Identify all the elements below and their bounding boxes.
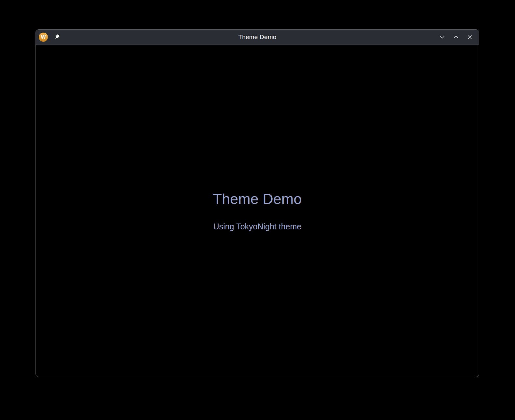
close-button[interactable] bbox=[466, 33, 474, 41]
pin-button[interactable] bbox=[53, 33, 61, 41]
window-titlebar[interactable]: W Theme Demo bbox=[36, 30, 479, 45]
window-title: Theme Demo bbox=[36, 34, 479, 41]
minimize-button[interactable] bbox=[438, 33, 446, 41]
chevron-down-icon bbox=[439, 34, 446, 40]
app-window: W Theme Demo bbox=[36, 29, 479, 377]
close-icon bbox=[466, 34, 473, 40]
page-title: Theme Demo bbox=[213, 190, 302, 208]
desktop-background: W Theme Demo bbox=[0, 0, 515, 420]
chevron-up-icon bbox=[453, 34, 459, 40]
page-subtitle: Using TokyoNight theme bbox=[213, 222, 302, 231]
pushpin-icon bbox=[53, 34, 60, 40]
window-content: Theme Demo Using TokyoNight theme bbox=[36, 45, 479, 377]
maximize-button[interactable] bbox=[452, 33, 460, 41]
wayland-logo-icon[interactable]: W bbox=[39, 33, 48, 42]
